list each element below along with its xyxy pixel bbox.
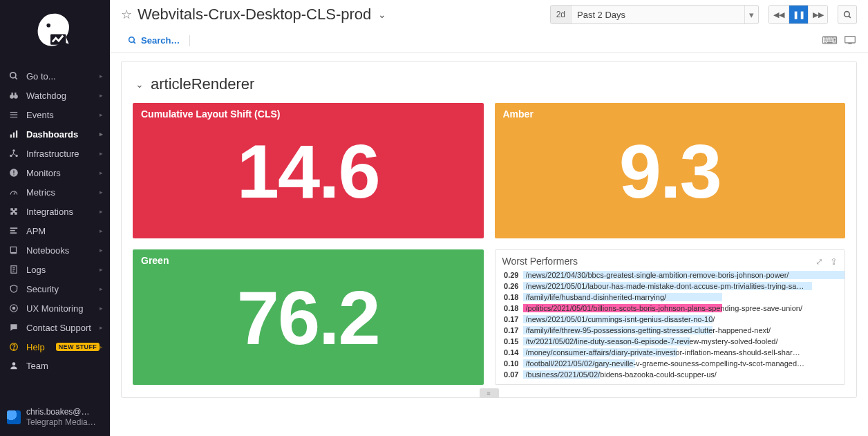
- chevron-right-icon: ▸: [100, 150, 103, 157]
- sidebar-item-security[interactable]: Security▸: [0, 279, 110, 298]
- search-link[interactable]: Search…: [122, 35, 185, 46]
- sidebar-item-integrations[interactable]: Integrations▸: [0, 202, 110, 221]
- svg-line-3: [15, 77, 17, 79]
- chevron-right-icon: ▸: [100, 266, 103, 273]
- pause-button[interactable]: ❚❚: [789, 6, 808, 23]
- time-range-caret-icon[interactable]: ▾: [744, 6, 758, 23]
- sidebar-item-ux-monitoring[interactable]: UX Monitoring▸: [0, 298, 110, 318]
- sidebar-item-metrics[interactable]: Metrics▸: [0, 182, 110, 202]
- tile-cls[interactable]: Cumulative Layout Shift (CLS) 14.6: [133, 103, 484, 238]
- worst-row-path: /business/2021/05/02/bidens-bazooka-coul…: [526, 370, 842, 379]
- title-dropdown-icon[interactable]: ⌄: [378, 9, 386, 20]
- sidebar-item-label: Contact Support: [26, 323, 100, 333]
- sidebar-item-contact-support[interactable]: Contact Support▸: [0, 318, 110, 337]
- svg-rect-8: [10, 112, 18, 113]
- worst-row-value: 0.17: [496, 315, 523, 323]
- time-range-picker[interactable]: 2d Past 2 Days ▾: [550, 5, 759, 24]
- time-range-chip: 2d: [551, 6, 572, 23]
- chevron-right-icon: ▸: [100, 92, 103, 99]
- worst-row[interactable]: 0.26/news/2021/05/01/labour-has-made-mis…: [496, 281, 845, 292]
- worst-row[interactable]: 0.18/politics/2021/05/01/billions-scots-…: [496, 303, 845, 314]
- worst-row[interactable]: 0.17/news/2021/05/01/cummings-isnt-geniu…: [496, 314, 845, 325]
- worst-row-bar: /news/2021/04/30/bbcs-greatest-single-am…: [523, 270, 845, 280]
- chevron-down-icon[interactable]: ⌄: [135, 79, 144, 90]
- worst-row[interactable]: 0.29/news/2021/04/30/bbcs-greatest-singl…: [496, 269, 845, 281]
- book-icon: [7, 245, 21, 255]
- chevron-right-icon: ▸: [100, 189, 103, 196]
- search-icon: [7, 71, 21, 81]
- worst-row-path: /money/consumer-affairs/diary-private-in…: [526, 348, 842, 357]
- time-range-label: Past 2 Days: [572, 10, 744, 20]
- fullscreen-icon[interactable]: [845, 35, 856, 47]
- chevron-right-icon: ▸: [100, 208, 103, 215]
- worst-row[interactable]: 0.15/tv/2021/05/02/line-duty-season-6-ep…: [496, 336, 845, 347]
- chevron-right-icon: ▸: [100, 169, 103, 176]
- svg-rect-18: [13, 171, 14, 174]
- worst-title: Worst Performers: [502, 256, 578, 267]
- star-icon[interactable]: ☆: [121, 7, 132, 22]
- content: ⌄ articleRenderer Cumulative Layout Shif…: [110, 53, 868, 436]
- keyboard-icon[interactable]: ⌨: [822, 34, 838, 47]
- search-icon: [843, 10, 852, 19]
- step-forward-button[interactable]: ▶▶: [808, 6, 827, 23]
- svg-rect-37: [845, 36, 856, 42]
- sidebar-item-monitors[interactable]: Monitors▸: [0, 163, 110, 182]
- sidebar-item-notebooks[interactable]: Notebooks▸: [0, 240, 110, 260]
- worst-row[interactable]: 0.18/family/life/husband-disinherited-ma…: [496, 292, 845, 303]
- infra-icon: [7, 149, 21, 158]
- resize-grip[interactable]: ≡: [480, 388, 499, 398]
- step-back-button[interactable]: ◀◀: [769, 6, 789, 23]
- sidebar-item-label: Infrastructure: [26, 149, 100, 159]
- search-link-label: Search…: [141, 35, 180, 46]
- worst-row-bar: /politics/2021/05/01/billions-scots-bori…: [523, 303, 845, 313]
- expand-icon[interactable]: ⤢: [815, 256, 823, 267]
- sidebar-item-infrastructure[interactable]: Infrastructure▸: [0, 144, 110, 163]
- sidebar-item-label: Go to...: [26, 71, 100, 82]
- main: ☆ Webvitals-Crux-Desktop-CLS-prod ⌄ 2d P…: [110, 0, 868, 436]
- svg-rect-19: [13, 174, 14, 175]
- worst-row-path: /news/2021/05/01/labour-has-made-mistake…: [526, 281, 842, 291]
- sidebar-item-team[interactable]: Team: [0, 357, 110, 375]
- svg-rect-21: [10, 227, 18, 229]
- svg-point-32: [12, 362, 16, 366]
- user-email: chris.boakes@…: [26, 407, 96, 417]
- tile-amber[interactable]: Amber 9.3: [495, 103, 846, 238]
- worst-row-path: /news/2021/05/01/cummings-isnt-genius-di…: [526, 314, 842, 324]
- user-block[interactable]: chris.boakes@… Telegraph Media…: [0, 404, 110, 430]
- worst-row[interactable]: 0.10/football/2021/05/02/gary-neville-v-…: [496, 358, 845, 369]
- sidebar-item-label: Watchdog: [26, 91, 100, 101]
- sidebar-item-watchdog[interactable]: Watchdog▸: [0, 86, 110, 105]
- chevron-right-icon: ▸: [100, 131, 103, 138]
- help-icon: [7, 342, 21, 352]
- svg-point-14: [12, 149, 15, 152]
- sidebar-item-logs[interactable]: Logs▸: [0, 260, 110, 279]
- svg-line-20: [14, 192, 15, 195]
- worst-row-path: /tv/2021/05/02/line-duty-season-6-episod…: [526, 337, 842, 346]
- worst-row-path: /news/2021/04/30/bbcs-greatest-single-am…: [526, 270, 842, 280]
- worst-row-value: 0.15: [496, 337, 523, 345]
- worst-row[interactable]: 0.17/family/life/threw-95-possessions-ge…: [496, 325, 845, 336]
- worst-row[interactable]: 0.14/money/consumer-affairs/diary-privat…: [496, 347, 845, 358]
- new-badge: NEW STUFF: [56, 343, 100, 351]
- sidebar-item-label: Integrations: [26, 207, 100, 217]
- dashboard-icon: [7, 129, 21, 139]
- puzzle-icon: [7, 207, 21, 216]
- svg-point-2: [10, 73, 16, 78]
- alert-icon: [7, 168, 21, 178]
- svg-point-5: [14, 95, 18, 99]
- sidebar-item-events[interactable]: Events▸: [0, 105, 110, 124]
- global-search-button[interactable]: [838, 5, 857, 24]
- logo[interactable]: [0, 0, 110, 66]
- svg-point-35: [129, 37, 135, 43]
- export-icon[interactable]: ⇪: [830, 256, 838, 267]
- sidebar-item-apm[interactable]: APM▸: [0, 221, 110, 240]
- svg-rect-11: [10, 135, 12, 138]
- sidebar-item-dashboards[interactable]: Dashboards▸: [0, 124, 110, 144]
- tile-worst-performers[interactable]: Worst Performers ⤢ ⇪ 0.29/news/2021/04/3…: [495, 249, 846, 385]
- tile-green[interactable]: Green 76.2: [133, 249, 484, 385]
- worst-row-value: 0.18: [496, 293, 523, 301]
- sidebar-item-go-to[interactable]: Go to...▸: [0, 66, 110, 86]
- section-header[interactable]: ⌄ articleRenderer: [135, 75, 845, 93]
- worst-row[interactable]: 0.07/business/2021/05/02/bidens-bazooka-…: [496, 369, 845, 380]
- sidebar-item-help[interactable]: HelpNEW STUFF▸: [0, 337, 110, 357]
